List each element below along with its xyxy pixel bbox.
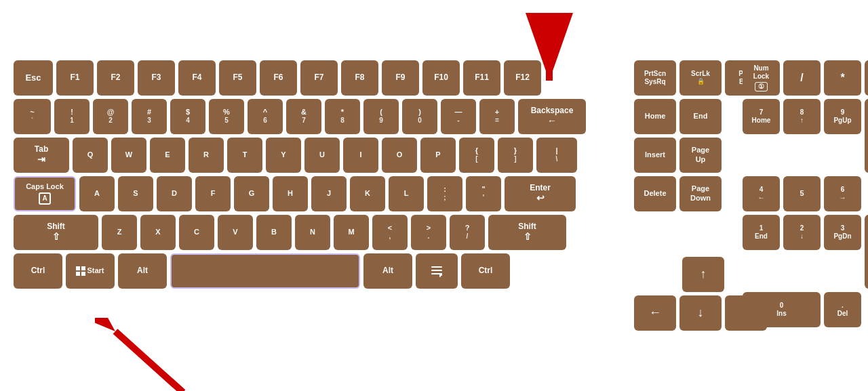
key-num4[interactable]: 4← xyxy=(743,176,780,211)
key-num-enter[interactable]: Enter xyxy=(865,215,868,289)
key-home[interactable]: Home xyxy=(634,99,676,134)
key-f7[interactable]: F7 xyxy=(300,60,338,96)
key-l[interactable]: L xyxy=(389,176,424,211)
key-num7[interactable]: 7Home xyxy=(743,99,780,134)
key-n[interactable]: N xyxy=(295,215,330,250)
key-num0[interactable]: 0Ins xyxy=(743,292,821,327)
key-semicolon[interactable]: :; xyxy=(427,176,462,211)
key-backspace[interactable]: Backspace← xyxy=(518,99,586,134)
key-num6[interactable]: 6→ xyxy=(824,176,861,211)
key-g[interactable]: G xyxy=(234,176,269,211)
key-minus[interactable]: —- xyxy=(441,99,476,134)
key-win[interactable]: Start xyxy=(66,253,115,289)
key-num1[interactable]: 1End xyxy=(743,215,780,250)
key-num5[interactable]: 5 xyxy=(783,176,821,211)
key-q[interactable]: Q xyxy=(73,138,108,173)
key-1[interactable]: !1 xyxy=(54,99,90,134)
key-d[interactable]: D xyxy=(157,176,192,211)
key-y[interactable]: Y xyxy=(266,138,301,173)
key-f6[interactable]: F6 xyxy=(260,60,297,96)
key-num9[interactable]: 9PgUp xyxy=(824,99,861,134)
key-scrlk[interactable]: ScrLk🔒 xyxy=(679,60,722,96)
key-end[interactable]: End xyxy=(679,99,722,134)
key-ctrl-right[interactable]: Ctrl xyxy=(461,253,510,289)
key-8[interactable]: *8 xyxy=(325,99,360,134)
key-f1[interactable]: F1 xyxy=(56,60,94,96)
key-insert[interactable]: Insert xyxy=(634,138,676,173)
key-num2[interactable]: 2↓ xyxy=(783,215,821,250)
key-backslash[interactable]: |\ xyxy=(536,138,577,173)
key-alt-right[interactable]: Alt xyxy=(363,253,412,289)
key-prtscn[interactable]: PrtScnSysRq xyxy=(634,60,676,96)
key-6[interactable]: ^6 xyxy=(248,99,283,134)
key-z[interactable]: Z xyxy=(102,215,137,250)
key-k[interactable]: K xyxy=(350,176,385,211)
key-3[interactable]: #3 xyxy=(132,99,167,134)
key-tilde[interactable]: ~` xyxy=(14,99,51,134)
key-2[interactable]: @2 xyxy=(93,99,128,134)
key-p[interactable]: P xyxy=(420,138,456,173)
key-i[interactable]: I xyxy=(343,138,378,173)
key-a[interactable]: A xyxy=(79,176,115,211)
key-rbracket[interactable]: }] xyxy=(498,138,533,173)
key-ctrl-left[interactable]: Ctrl xyxy=(14,253,62,289)
key-4[interactable]: $4 xyxy=(170,99,205,134)
key-delete[interactable]: Delete xyxy=(634,176,676,211)
key-s[interactable]: S xyxy=(118,176,153,211)
key-f[interactable]: F xyxy=(195,176,231,211)
key-arrow-up[interactable]: ↑ xyxy=(682,257,724,292)
key-h[interactable]: H xyxy=(273,176,308,211)
key-b[interactable]: B xyxy=(256,215,292,250)
key-comma[interactable]: <, xyxy=(372,215,408,250)
key-num-slash[interactable]: / xyxy=(783,60,821,96)
key-menu[interactable] xyxy=(416,253,458,289)
key-j[interactable]: J xyxy=(311,176,347,211)
key-shift-left[interactable]: Shift⇧ xyxy=(14,215,98,250)
key-x[interactable]: X xyxy=(140,215,176,250)
key-num-plus[interactable]: + xyxy=(865,99,868,173)
key-0[interactable]: )0 xyxy=(402,99,437,134)
key-num-minus[interactable]: - xyxy=(865,60,868,96)
key-t[interactable]: T xyxy=(227,138,262,173)
key-esc[interactable]: Esc xyxy=(14,60,53,96)
key-r[interactable]: R xyxy=(189,138,224,173)
key-arrow-left[interactable]: ← xyxy=(634,295,676,331)
key-tab[interactable]: Tab⇥ xyxy=(14,138,69,173)
key-c[interactable]: C xyxy=(179,215,214,250)
key-m[interactable]: M xyxy=(334,215,369,250)
key-num-dot[interactable]: .Del xyxy=(824,292,861,327)
key-pageup[interactable]: PageUp xyxy=(679,138,722,173)
key-w[interactable]: W xyxy=(111,138,146,173)
key-u[interactable]: U xyxy=(304,138,340,173)
key-f4[interactable]: F4 xyxy=(178,60,216,96)
key-equals[interactable]: += xyxy=(479,99,515,134)
key-period[interactable]: >. xyxy=(411,215,446,250)
key-num3[interactable]: 3PgDn xyxy=(824,215,861,250)
key-f9[interactable]: F9 xyxy=(382,60,419,96)
svg-line-3 xyxy=(115,331,183,392)
key-numlock[interactable]: NumLock① xyxy=(743,60,780,96)
key-quote[interactable]: "' xyxy=(466,176,501,211)
key-f8[interactable]: F8 xyxy=(341,60,378,96)
key-7[interactable]: &7 xyxy=(286,99,321,134)
key-lbracket[interactable]: {[ xyxy=(459,138,494,173)
key-f2[interactable]: F2 xyxy=(97,60,134,96)
key-f5[interactable]: F5 xyxy=(219,60,256,96)
key-alt-left[interactable]: Alt xyxy=(118,253,167,289)
key-space[interactable] xyxy=(170,253,360,289)
key-num-multiply[interactable]: * xyxy=(824,60,861,96)
key-capslock[interactable]: Caps Lock A xyxy=(14,176,76,211)
key-enter[interactable]: Enter↩ xyxy=(505,176,576,211)
key-e[interactable]: E xyxy=(150,138,185,173)
key-9[interactable]: (9 xyxy=(363,99,399,134)
key-5[interactable]: %5 xyxy=(209,99,244,134)
key-f3[interactable]: F3 xyxy=(138,60,175,96)
key-pagedown[interactable]: PageDown xyxy=(679,176,722,211)
key-v[interactable]: V xyxy=(218,215,253,250)
key-arrow-down[interactable]: ↓ xyxy=(679,295,722,331)
key-num8[interactable]: 8↑ xyxy=(783,99,821,134)
key-slash[interactable]: ?/ xyxy=(450,215,485,250)
key-o[interactable]: O xyxy=(382,138,417,173)
svg-rect-7 xyxy=(81,272,85,276)
key-shift-right[interactable]: Shift⇧ xyxy=(488,215,566,250)
